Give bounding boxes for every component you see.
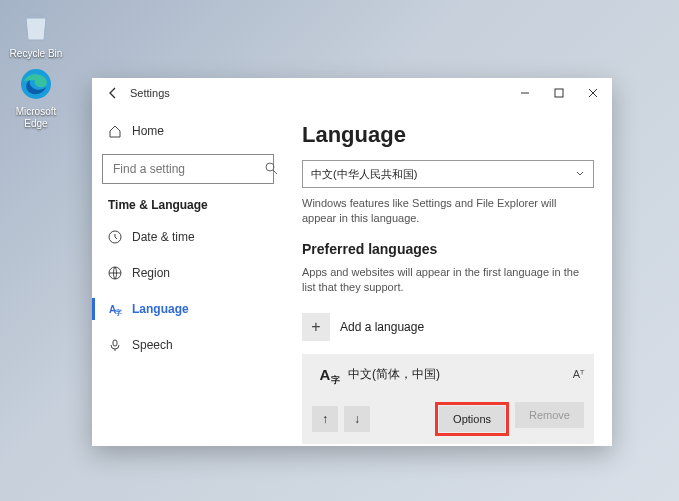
language-icon: A字 — [108, 302, 122, 316]
home-icon — [108, 124, 122, 138]
edge-icon — [16, 64, 56, 104]
remove-button: Remove — [515, 402, 584, 428]
options-button[interactable]: Options — [439, 406, 505, 432]
nav-region[interactable]: Region — [102, 258, 274, 288]
microphone-icon — [108, 338, 122, 352]
nav-label: Language — [132, 302, 189, 316]
nav-date-time[interactable]: Date & time — [102, 222, 274, 252]
search-icon — [265, 162, 278, 176]
nav-label: Date & time — [132, 230, 195, 244]
nav-label: Speech — [132, 338, 173, 352]
search-input[interactable] — [111, 161, 265, 177]
plus-icon: + — [302, 313, 330, 341]
svg-point-3 — [266, 163, 274, 171]
display-language-dropdown[interactable]: 中文(中华人民共和国) — [302, 160, 594, 188]
back-button[interactable] — [106, 86, 120, 100]
language-name: 中文(简体，中国) — [348, 366, 440, 383]
svg-rect-2 — [555, 89, 563, 97]
nav-label: Home — [132, 124, 164, 138]
recycle-bin-icon — [16, 6, 56, 46]
nav-label: Region — [132, 266, 170, 280]
move-down-button[interactable]: ↓ — [344, 406, 370, 432]
chevron-down-icon — [575, 169, 585, 179]
language-glyph-icon: A — [312, 362, 338, 388]
svg-line-4 — [273, 170, 277, 174]
add-language-label: Add a language — [340, 320, 424, 334]
move-up-button[interactable]: ↑ — [312, 406, 338, 432]
desktop-icon-label: Microsoft Edge — [6, 106, 66, 129]
options-highlight: Options — [435, 402, 509, 436]
add-language-button[interactable]: + Add a language — [302, 310, 594, 344]
globe-icon — [108, 266, 122, 280]
svg-rect-9 — [113, 340, 117, 346]
nav-home[interactable]: Home — [102, 116, 274, 146]
sidebar-section-header: Time & Language — [108, 198, 274, 212]
clock-icon — [108, 230, 122, 244]
preferred-languages-heading: Preferred languages — [302, 241, 594, 257]
svg-text:字: 字 — [115, 308, 122, 316]
desktop-icon-recycle-bin[interactable]: Recycle Bin — [6, 6, 66, 60]
display-language-description: Windows features like Settings and File … — [302, 196, 592, 227]
maximize-button[interactable] — [542, 78, 576, 108]
sidebar: Home Time & Language Date & time Region … — [92, 108, 284, 446]
minimize-button[interactable] — [508, 78, 542, 108]
window-title: Settings — [130, 87, 170, 99]
close-button[interactable] — [576, 78, 610, 108]
page-title: Language — [302, 122, 594, 148]
desktop-icon-label: Recycle Bin — [6, 48, 66, 60]
desktop-icon-edge[interactable]: Microsoft Edge — [6, 64, 66, 129]
content-pane: Language 中文(中华人民共和国) Windows features li… — [284, 108, 612, 446]
dropdown-value: 中文(中华人民共和国) — [311, 167, 417, 182]
nav-speech[interactable]: Speech — [102, 330, 274, 360]
preferred-languages-description: Apps and websites will appear in the fir… — [302, 265, 592, 296]
language-card-selected[interactable]: A 中文(简体，中国) Aᵀ ↑ ↓ Options — [302, 354, 594, 444]
settings-window: Settings Home Time & Language — [92, 78, 612, 446]
titlebar: Settings — [92, 78, 612, 108]
search-box[interactable] — [102, 154, 274, 184]
nav-language[interactable]: A字 Language — [102, 294, 274, 324]
text-to-speech-icon: Aᵀ — [573, 368, 584, 381]
